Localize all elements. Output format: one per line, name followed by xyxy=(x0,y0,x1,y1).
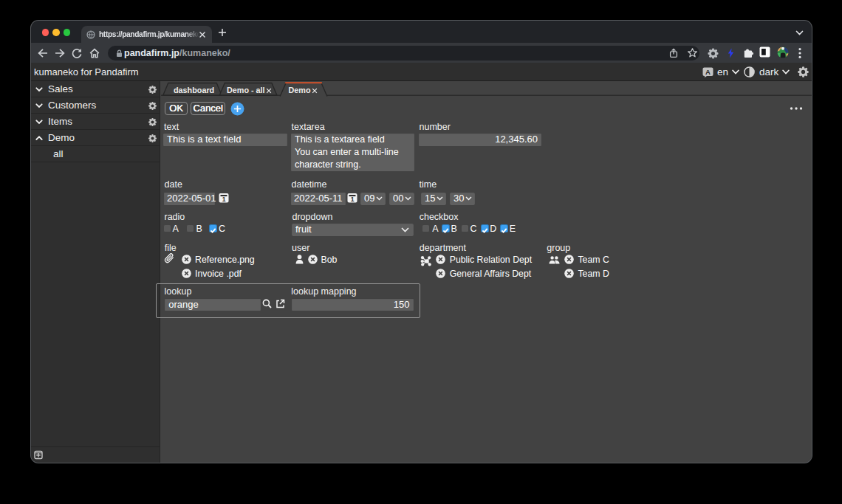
svg-text:A: A xyxy=(705,68,711,76)
svg-text:1: 1 xyxy=(222,196,225,203)
svg-text:1: 1 xyxy=(351,196,355,203)
